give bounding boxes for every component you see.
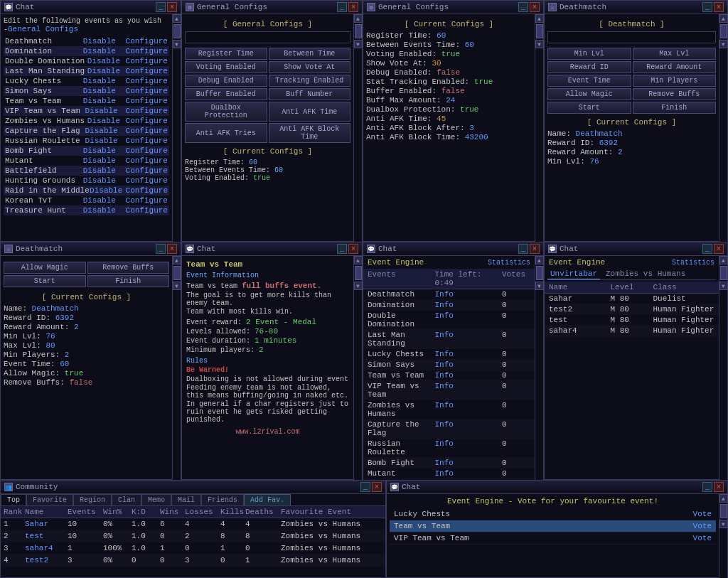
event1-scroll-thumb[interactable] xyxy=(536,266,543,280)
scroll-thumb[interactable] xyxy=(173,24,181,38)
disable-link[interactable]: Disable xyxy=(85,107,117,115)
ee-info-link[interactable]: Info xyxy=(435,331,503,348)
gen1-close[interactable]: × xyxy=(348,2,358,12)
vote-link[interactable]: Vote xyxy=(693,510,712,518)
max-lvl-btn[interactable]: Max Lvl xyxy=(633,48,717,60)
disable-link[interactable]: Disable xyxy=(83,176,116,185)
ee-info-link[interactable]: Info xyxy=(435,469,503,478)
event1-minimize[interactable]: _ xyxy=(518,244,528,254)
dm1-input[interactable] xyxy=(547,31,716,43)
register-time-btn[interactable]: Register Time xyxy=(185,48,267,60)
finish-btn-dm1[interactable]: Finish xyxy=(633,102,717,114)
disable-link[interactable]: Disable xyxy=(83,166,116,175)
remove-buffs-btn-dm2[interactable]: Remove Buffs xyxy=(87,262,170,274)
disable-link[interactable]: Disable xyxy=(85,127,117,135)
remove-buffs-btn[interactable]: Remove Buffs xyxy=(633,88,717,100)
dm2-scroll-up[interactable]: ▲ xyxy=(173,256,181,264)
event1-scroll-up[interactable]: ▲ xyxy=(535,256,544,264)
tvt-close[interactable]: × xyxy=(348,244,358,254)
tvt-scroll-thumb[interactable] xyxy=(355,266,362,280)
configure-link[interactable]: Configure xyxy=(126,97,168,105)
tab-mail[interactable]: Mail xyxy=(171,494,201,505)
reward-id-btn[interactable]: Reward ID xyxy=(547,61,631,73)
scroll-up[interactable]: ▲ xyxy=(173,14,181,23)
event2-tab1[interactable]: Unvirtabar xyxy=(547,269,600,279)
vote-scroll-up[interactable]: ▲ xyxy=(719,494,728,503)
gen1-minimize[interactable]: _ xyxy=(337,2,347,12)
ee-info-link[interactable]: Info xyxy=(435,290,503,299)
configure-link[interactable]: Configure xyxy=(126,47,168,55)
scroll-down[interactable]: ▼ xyxy=(173,40,181,48)
start-btn-dm1[interactable]: Start xyxy=(547,102,631,114)
dm2-minimize[interactable]: _ xyxy=(156,244,166,254)
tvt-scrollbar[interactable]: ▲ ▼ xyxy=(353,256,362,480)
ee-info-link[interactable]: Info xyxy=(435,439,503,456)
disable-link[interactable]: Disable xyxy=(83,77,116,85)
vote-scroll-thumb[interactable] xyxy=(720,504,727,518)
disable-link[interactable]: Disable xyxy=(83,97,116,105)
configure-link[interactable]: Configure xyxy=(126,146,168,155)
disable-link[interactable]: Disable xyxy=(83,87,116,95)
allow-magic-btn-dm2[interactable]: Allow Magic xyxy=(4,262,86,274)
vote-scroll-down[interactable]: ▼ xyxy=(719,520,728,528)
disable-link[interactable]: Disable xyxy=(83,47,116,55)
minimize-button[interactable]: _ xyxy=(156,2,166,12)
configure-link[interactable]: Configure xyxy=(126,117,168,125)
voting-enabled-btn[interactable]: Voting Enabled xyxy=(185,61,267,73)
buff-number-btn[interactable]: Buff Number xyxy=(269,88,351,100)
start-btn-dm2[interactable]: Start xyxy=(4,275,86,287)
configure-link[interactable]: Configure xyxy=(126,57,168,65)
chat-scrollbar[interactable]: ▲ ▼ xyxy=(172,14,181,242)
configure-link[interactable]: Configure xyxy=(126,137,168,145)
ee-info-link[interactable]: Info xyxy=(435,360,503,369)
disable-link[interactable]: Disable xyxy=(83,37,116,46)
general-configs-link[interactable]: General Configs xyxy=(8,25,78,33)
configure-link[interactable]: Configure xyxy=(126,37,168,46)
disable-link[interactable]: Disable xyxy=(83,146,116,155)
event2-close[interactable]: × xyxy=(714,244,724,254)
reward-amount-btn[interactable]: Reward Amount xyxy=(633,61,717,73)
disable-link[interactable]: Disable xyxy=(87,117,120,125)
configure-link[interactable]: Configure xyxy=(126,87,168,95)
event2-scroll-down[interactable]: ▼ xyxy=(719,282,728,290)
configure-link[interactable]: Configure xyxy=(126,127,168,135)
event2-stats-link[interactable]: Statistics xyxy=(672,259,714,267)
disable-link[interactable]: Disable xyxy=(83,196,116,205)
disable-link[interactable]: Disable xyxy=(87,67,120,75)
ee-info-link[interactable]: Info xyxy=(435,459,503,467)
allow-magic-btn[interactable]: Allow Magic xyxy=(547,88,631,100)
ee-info-link[interactable]: Info xyxy=(435,382,503,399)
disable-link[interactable]: Disable xyxy=(90,186,122,195)
between-time-btn[interactable]: Between Time xyxy=(269,48,351,60)
dm1-scrollbar[interactable]: ▲ ▼ xyxy=(719,14,727,242)
ee-info-link[interactable]: Info xyxy=(435,350,503,358)
tab-favorite[interactable]: Favorite xyxy=(26,494,73,505)
debug-enabled-btn[interactable]: Debug Enabled xyxy=(185,75,267,87)
dm1-minimize[interactable]: _ xyxy=(702,2,712,12)
event1-stats-link[interactable]: Statistics xyxy=(488,259,530,267)
tvt-scroll-up[interactable]: ▲ xyxy=(354,256,363,264)
disable-link[interactable]: Disable xyxy=(87,57,120,65)
event2-tab2[interactable]: Zombies vs Humans xyxy=(603,269,688,279)
min-lvl-btn[interactable]: Min Lvl xyxy=(547,48,631,60)
event2-scroll-thumb[interactable] xyxy=(720,266,727,280)
configure-link[interactable]: Configure xyxy=(126,156,168,165)
tracking-enabled-btn[interactable]: Tracking Enabled xyxy=(269,75,351,87)
anti-afk-time-btn[interactable]: Anti AFK Time xyxy=(269,102,351,122)
gen2-minimize[interactable]: _ xyxy=(518,2,528,12)
ee-info-link[interactable]: Info xyxy=(435,371,503,380)
gen2-scroll-down[interactable]: ▼ xyxy=(535,40,544,48)
configure-link[interactable]: Configure xyxy=(126,67,168,75)
configure-link[interactable]: Configure xyxy=(126,176,168,185)
dm1-scroll-thumb[interactable] xyxy=(720,24,727,38)
event-time-btn[interactable]: Event Time xyxy=(547,75,631,87)
tab-add-fav[interactable]: Add Fav. xyxy=(244,494,291,505)
configure-link[interactable]: Configure xyxy=(126,166,168,175)
tab-friends[interactable]: Friends xyxy=(201,494,244,505)
ee-info-link[interactable]: Info xyxy=(435,301,503,309)
vote-link[interactable]: Vote xyxy=(693,534,712,542)
dm1-close[interactable]: × xyxy=(714,2,724,12)
gen2-scrollbar[interactable]: ▲ ▼ xyxy=(535,14,543,242)
tvt-minimize[interactable]: _ xyxy=(337,244,347,254)
gen1-scroll-down[interactable]: ▼ xyxy=(354,40,363,48)
